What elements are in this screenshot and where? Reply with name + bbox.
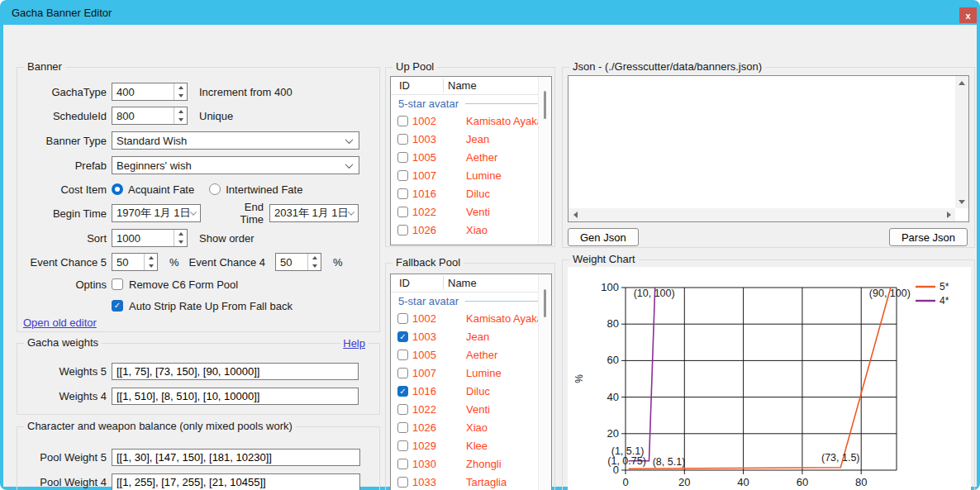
row-checkbox[interactable] [397,152,408,163]
series-line-5* [629,288,891,469]
pool-weight-4-input[interactable] [112,473,360,490]
gacha-type-spinner[interactable]: 400 [112,83,188,101]
sort-spinner[interactable]: 1000 [112,229,188,247]
list-item[interactable]: 1007Lumine [391,364,551,382]
spin-down-icon[interactable] [174,92,187,100]
banner-type-select[interactable]: Standard Wish [112,131,359,150]
remove-c6-checkbox[interactable] [112,278,123,290]
begin-time-picker[interactable]: 1970年 1月 1日 [112,204,201,222]
point-annotation: (73, 1.5) [821,452,860,464]
spinner-buttons [307,254,321,270]
legend-label: 5* [940,281,949,293]
list-item[interactable]: 1030Zhongli [391,454,551,473]
spin-down-icon[interactable] [174,238,187,246]
row-checkbox[interactable] [397,134,408,145]
prefab-value: Beginners' wish [117,159,192,172]
event-chance-4-spinner[interactable]: 50 [275,253,321,271]
scroll-right-icon[interactable] [942,208,955,221]
row-checkbox[interactable] [397,225,408,235]
schedule-id-spinner[interactable]: 800 [112,107,188,125]
list-item[interactable]: 1002Kamisato Ayaka [391,112,551,130]
remove-c6-label[interactable]: Remove C6 Form Pool [129,278,238,291]
spin-up-icon[interactable] [174,107,187,116]
scrollbar-thumb[interactable] [544,91,546,119]
row-checkbox[interactable] [397,313,408,324]
title-bar[interactable]: Gacha Banner Editor x [0,0,980,25]
auto-strip-label[interactable]: Auto Strip Rate Up From Fall back [129,300,293,312]
event-chance-5-value[interactable]: 50 [112,256,144,269]
spin-down-icon[interactable] [174,116,187,124]
client-area: Banner GachaType 400 Increment from 400 … [3,25,977,487]
list-item[interactable]: 1002Kamisato Ayaka [391,309,551,327]
weights-4-input[interactable] [112,388,359,405]
auto-strip-checkbox[interactable]: ✓ [112,300,123,312]
event-chance-4-value[interactable]: 50 [276,256,307,269]
row-checkbox[interactable] [397,207,408,217]
spin-up-icon[interactable] [174,230,187,238]
gacha-type-value[interactable]: 400 [112,86,174,98]
schedule-id-value[interactable]: 800 [112,110,174,122]
row-checkbox[interactable] [397,477,408,488]
series-line-4* [629,288,655,461]
row-checkbox[interactable] [397,170,408,181]
row-checkbox[interactable] [397,459,408,469]
list-item[interactable]: ✓1016Diluc [391,382,551,400]
intertwined-fate-label[interactable]: Intertwined Fate [226,183,302,196]
help-link[interactable]: Help [340,337,368,350]
acquaint-fate-label[interactable]: Acquaint Fate [128,183,194,196]
pool-weight-5-input[interactable] [112,449,360,466]
gacha-weights-group-title: Gacha weights [24,336,102,349]
list-item[interactable]: 1033Tartaglia [391,473,551,490]
spin-up-icon[interactable] [308,254,321,262]
row-checkbox[interactable] [397,404,408,415]
scroll-up-icon[interactable] [955,76,968,89]
list-item[interactable]: ✓1003Jean [391,327,551,345]
row-checkbox[interactable] [397,350,408,360]
list-item[interactable]: 1005Aether [391,345,551,364]
json-group: Json - (./Gresscutter/data/banners.json)… [562,67,975,248]
json-horizontal-scrollbar[interactable] [568,208,955,221]
list-item[interactable]: 1005Aether [391,148,551,166]
spin-down-icon[interactable] [145,262,157,270]
open-old-editor-link[interactable]: Open old editor [23,316,97,329]
up-pool-scrollbar[interactable] [538,77,551,245]
scrollbar-thumb[interactable] [544,289,546,317]
event-chance-5-spinner[interactable]: 50 [112,253,158,271]
row-checkbox[interactable] [397,188,408,199]
list-item[interactable]: 1016Diluc [391,184,551,202]
json-vertical-scrollbar[interactable] [955,76,968,208]
spin-down-icon[interactable] [308,262,321,270]
list-item[interactable]: 1007Lumine [391,166,551,184]
list-item[interactable]: 1022Venti [391,400,551,418]
list-item[interactable]: 1029Klee [391,436,551,454]
parse-json-button[interactable]: Parse Json [889,228,968,246]
scroll-down-icon[interactable] [955,195,968,208]
list-item[interactable]: 1026Xiao [391,221,551,239]
gacha-weights-group: Gacha weights Help Weights 5 Weights 4 [17,343,380,415]
sort-label: Sort [22,232,107,245]
prefab-select[interactable]: Beginners' wish [112,156,359,174]
row-checkbox[interactable] [397,116,408,126]
sort-value[interactable]: 1000 [112,232,174,245]
row-checkbox[interactable] [397,368,408,378]
fallback-pool-scrollbar[interactable] [538,274,551,490]
row-checkbox[interactable] [397,440,408,451]
close-button[interactable]: x [959,7,977,23]
spin-up-icon[interactable] [145,254,157,262]
list-item[interactable]: 1026Xiao [391,418,551,436]
json-textarea[interactable] [569,77,952,207]
gen-json-button[interactable]: Gen Json [568,228,639,246]
list-item[interactable]: 1022Venti [391,202,551,221]
row-checkbox[interactable]: ✓ [397,386,408,397]
acquaint-fate-radio[interactable] [112,183,123,195]
spin-up-icon[interactable] [174,83,187,92]
spinner-buttons [144,254,157,270]
scroll-left-icon[interactable] [568,208,582,221]
row-checkbox[interactable]: ✓ [397,331,408,342]
end-time-picker[interactable]: 2031年 1月 1日 [269,204,359,222]
list-item[interactable]: 1003Jean [391,130,551,148]
row-checkbox[interactable] [397,422,408,433]
event-chance-4-label: Event Chance 4 [189,256,266,269]
intertwined-fate-radio[interactable] [209,183,221,195]
weights-5-input[interactable] [112,363,359,380]
